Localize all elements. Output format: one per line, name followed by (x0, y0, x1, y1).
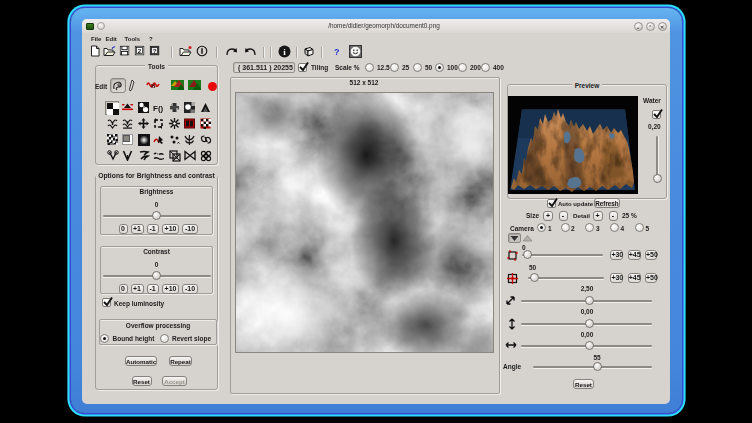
svg-text:F(): F() (153, 104, 164, 113)
svg-text:?: ? (153, 47, 157, 54)
svg-text:2: 2 (138, 47, 142, 54)
svg-text:B: B (151, 82, 156, 90)
